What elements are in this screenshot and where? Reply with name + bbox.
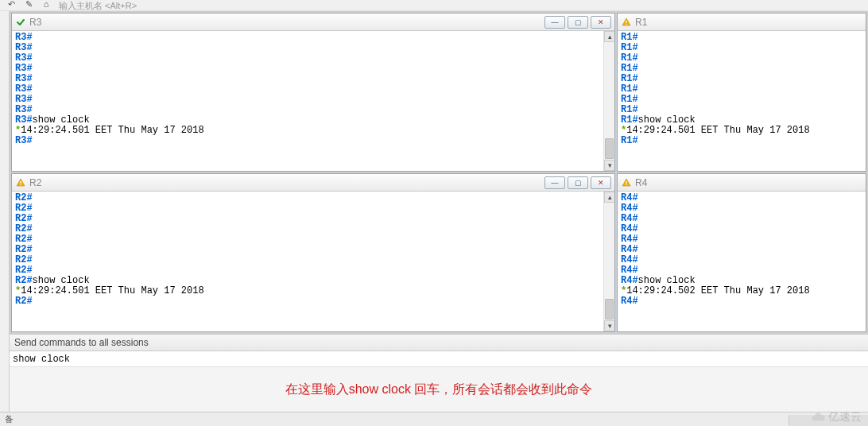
pane-r2: R2 — ▢ ✕ R2# R2# R2# R2# R2# R2# R2# R2#… bbox=[11, 173, 615, 332]
send-commands-header: Send commands to all sessions bbox=[10, 334, 868, 351]
status-bar: 备 bbox=[0, 412, 868, 426]
terminal-output[interactable]: R2# R2# R2# R2# R2# R2# R2# R2# R2#show … bbox=[12, 192, 603, 331]
terminal-body[interactable]: R4# R4# R4# R4# R4# R4# R4# R4# R4#show … bbox=[618, 192, 866, 331]
scroll-up-icon[interactable]: ▴ bbox=[604, 31, 614, 42]
send-commands-section: Send commands to all sessions bbox=[10, 334, 868, 367]
warning-icon bbox=[15, 177, 26, 188]
pane-r3: R3 — ▢ ✕ R3# R3# R3# R3# R3# R3# R3# R3#… bbox=[11, 13, 615, 172]
terminal-output[interactable]: R4# R4# R4# R4# R4# R4# R4# R4# R4#show … bbox=[618, 192, 854, 331]
pane-r1: R1 R1# R1# R1# R1# R1# R1# R1# R1# R1#sh… bbox=[617, 13, 866, 172]
status-text: 备 bbox=[5, 413, 14, 425]
pane-header[interactable]: R3 — ▢ ✕ bbox=[12, 14, 614, 31]
workspace-grid: R3 — ▢ ✕ R3# R3# R3# R3# R3# R3# R3# R3#… bbox=[10, 11, 868, 334]
pane-header[interactable]: R1 bbox=[618, 14, 866, 31]
close-button[interactable]: ✕ bbox=[591, 176, 611, 189]
minimize-button[interactable]: — bbox=[544, 16, 565, 29]
send-commands-input[interactable] bbox=[10, 351, 868, 366]
pane-r4: R4 R4# R4# R4# R4# R4# R4# R4# R4# R4#sh… bbox=[617, 173, 866, 332]
toolbar-icon[interactable]: ⌂ bbox=[40, 0, 52, 8]
terminal-body[interactable]: R2# R2# R2# R2# R2# R2# R2# R2# R2#show … bbox=[12, 192, 614, 331]
scroll-up-icon[interactable]: ▴ bbox=[604, 192, 614, 203]
svg-rect-3 bbox=[20, 184, 21, 185]
terminal-output[interactable]: R3# R3# R3# R3# R3# R3# R3# R3# R3#show … bbox=[12, 31, 603, 171]
toolbar: ↶ ✎ ⌂ 输入主机名 <Alt+R> bbox=[0, 0, 868, 11]
close-button[interactable]: ✕ bbox=[591, 16, 611, 29]
check-icon bbox=[15, 17, 26, 28]
svg-rect-4 bbox=[626, 181, 626, 184]
scroll-down-icon[interactable]: ▾ bbox=[604, 320, 614, 331]
scrollbar[interactable]: ▴ ▾ bbox=[603, 31, 614, 171]
svg-rect-2 bbox=[20, 181, 21, 184]
svg-rect-5 bbox=[626, 184, 626, 185]
toolbar-icon[interactable]: ✎ bbox=[22, 0, 35, 8]
left-rail bbox=[0, 11, 10, 426]
minimize-button[interactable]: — bbox=[544, 176, 565, 189]
svg-rect-0 bbox=[626, 21, 626, 23]
svg-rect-1 bbox=[626, 24, 626, 25]
scrollbar[interactable]: ▴ ▾ bbox=[603, 192, 614, 331]
toolbar-icon[interactable]: ↶ bbox=[5, 0, 17, 8]
pane-title: R4 bbox=[635, 177, 647, 188]
scroll-down-icon[interactable]: ▾ bbox=[604, 160, 614, 171]
maximize-button[interactable]: ▢ bbox=[568, 16, 588, 29]
pane-header[interactable]: R4 bbox=[618, 174, 866, 192]
scroll-thumb[interactable] bbox=[605, 299, 614, 320]
annotation-text: 在这里输入show clock 回车，所有会话都会收到此命令 bbox=[10, 381, 868, 398]
maximize-button[interactable]: ▢ bbox=[568, 176, 588, 189]
terminal-output[interactable]: R1# R1# R1# R1# R1# R1# R1# R1# R1#show … bbox=[618, 31, 854, 171]
host-input-placeholder[interactable]: 输入主机名 <Alt+R> bbox=[59, 0, 137, 11]
pane-title: R2 bbox=[29, 177, 41, 188]
warning-icon bbox=[621, 17, 632, 28]
watermark-text: 亿速云 bbox=[828, 410, 862, 424]
pane-title: R1 bbox=[635, 17, 647, 28]
cloud-icon bbox=[811, 410, 825, 424]
watermark: 亿速云 bbox=[811, 410, 862, 424]
pane-title: R3 bbox=[29, 17, 41, 28]
warning-icon bbox=[621, 177, 632, 188]
pane-header[interactable]: R2 — ▢ ✕ bbox=[12, 174, 614, 192]
terminal-body[interactable]: R3# R3# R3# R3# R3# R3# R3# R3# R3#show … bbox=[12, 31, 614, 171]
scroll-thumb[interactable] bbox=[605, 138, 614, 159]
terminal-body[interactable]: R1# R1# R1# R1# R1# R1# R1# R1# R1#show … bbox=[618, 31, 866, 171]
